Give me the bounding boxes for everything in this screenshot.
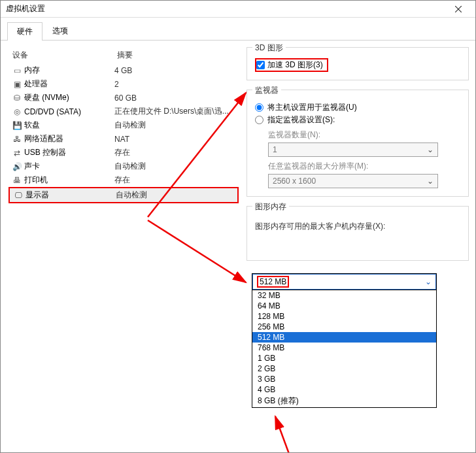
gmem-selected-row[interactable]: 512 MB ⌄: [252, 274, 436, 290]
gmem-dropdown[interactable]: 512 MB ⌄ 32 MB64 MB128 MB256 MB512 MB768…: [252, 273, 437, 408]
device-row[interactable]: ⛁硬盘 (NVMe)60 GB: [8, 91, 239, 105]
gmem-option-list: 32 MB64 MB128 MB256 MB512 MB768 MB1 GB2 …: [252, 290, 436, 407]
device-name: 处理器: [23, 78, 114, 90]
gmem-max-label: 图形内存可用的最大客户机内存量(X):: [255, 221, 460, 232]
printer-icon: 🖶: [11, 176, 23, 185]
group-monitor: 监视器 将主机设置用于监视器(U) 指定监视器设置(S): 监视器数量(N): …: [246, 90, 469, 197]
chevron-down-icon: ⌄: [427, 145, 434, 154]
monitor-count-value: 1: [273, 145, 277, 154]
use-host-radio[interactable]: [255, 103, 264, 112]
device-row[interactable]: 🔊声卡自动检测: [8, 159, 239, 173]
device-name: 打印机: [23, 175, 114, 186]
gmem-option[interactable]: 128 MB: [252, 311, 436, 322]
device-summary: 2: [114, 80, 239, 89]
close-icon: [455, 6, 462, 12]
nic-icon: 🖧: [11, 135, 23, 144]
device-header: 设备 摘要: [8, 47, 239, 63]
gmem-option[interactable]: 3 GB: [252, 374, 436, 384]
gmem-option[interactable]: 4 GB: [252, 384, 436, 395]
vm-settings-window: 虚拟机设置 硬件 选项 设备 摘要 ▭内存4 GB▣处理器2⛁硬盘 (NVMe)…: [0, 0, 476, 453]
sound-icon: 🔊: [11, 162, 23, 171]
gmem-option[interactable]: 1 GB: [252, 353, 436, 363]
gmem-option[interactable]: 2 GB: [252, 363, 436, 374]
accel-3d-label[interactable]: 加速 3D 图形(3): [267, 59, 323, 71]
device-row[interactable]: ▭内存4 GB: [8, 63, 239, 77]
gmem-option[interactable]: 256 MB: [252, 322, 436, 332]
device-row[interactable]: ◎CD/DVD (SATA)正在使用文件 D:\Users\桌面\迅...: [8, 105, 239, 118]
device-summary: 自动检测: [116, 190, 237, 201]
disk-icon: ⛁: [11, 93, 23, 103]
device-row[interactable]: 🖵显示器自动检测: [8, 187, 239, 203]
device-name: 网络适配器: [23, 133, 114, 144]
monitor-count-select: 1 ⌄: [268, 143, 438, 157]
group-monitor-title: 监视器: [252, 85, 281, 96]
device-row[interactable]: ▣处理器2: [8, 77, 239, 91]
close-button[interactable]: [447, 1, 470, 18]
window-title: 虚拟机设置: [6, 3, 45, 14]
device-summary: NAT: [114, 135, 239, 144]
group-3d: 3D 图形 加速 3D 图形(3): [246, 47, 469, 80]
gmem-option[interactable]: 32 MB: [252, 290, 436, 301]
header-summary: 摘要: [117, 50, 235, 61]
gmem-option[interactable]: 512 MB: [252, 332, 436, 343]
cpu-icon: ▣: [11, 80, 23, 89]
group-gmem-title: 图形内存: [252, 201, 289, 212]
tabs: 硬件 选项: [1, 18, 475, 41]
device-name: 软盘: [23, 120, 114, 131]
tab-hardware[interactable]: 硬件: [7, 22, 42, 41]
header-device: 设备: [12, 50, 117, 61]
display-icon: 🖵: [12, 191, 24, 200]
floppy-icon: 💾: [11, 121, 23, 130]
use-host-label[interactable]: 将主机设置用于监视器(U): [267, 102, 357, 113]
gmem-option[interactable]: 64 MB: [252, 301, 436, 311]
gmem-option[interactable]: 768 MB: [252, 343, 436, 353]
cd-icon: ◎: [11, 107, 23, 116]
device-summary: 60 GB: [114, 93, 239, 103]
device-summary: 自动检测: [114, 161, 239, 172]
max-res-label: 任意监视器的最大分辨率(M):: [268, 161, 460, 172]
chevron-down-icon: ⌄: [425, 277, 432, 286]
device-name: 内存: [23, 65, 114, 76]
max-res-select: 2560 x 1600 ⌄: [268, 174, 438, 188]
accel-3d-checkbox[interactable]: [256, 61, 265, 69]
chevron-down-icon: ⌄: [427, 176, 434, 186]
device-name: 硬盘 (NVMe): [23, 92, 114, 103]
content: 设备 摘要 ▭内存4 GB▣处理器2⛁硬盘 (NVMe)60 GB◎CD/DVD…: [1, 41, 475, 453]
device-summary: 存在: [114, 175, 239, 186]
max-res-value: 2560 x 1600: [273, 176, 316, 186]
specify-radio[interactable]: [255, 116, 264, 124]
accel-3d-highlight: 加速 3D 图形(3): [255, 58, 328, 72]
device-summary: 4 GB: [114, 66, 239, 75]
memory-icon: ▭: [11, 66, 23, 75]
device-list: ▭内存4 GB▣处理器2⛁硬盘 (NVMe)60 GB◎CD/DVD (SATA…: [8, 63, 239, 203]
group-3d-title: 3D 图形: [252, 42, 286, 54]
device-row[interactable]: 🖧网络适配器NAT: [8, 132, 239, 146]
device-name: USB 控制器: [23, 147, 114, 158]
specify-label[interactable]: 指定监视器设置(S):: [267, 114, 335, 126]
device-summary: 自动检测: [114, 120, 239, 131]
titlebar: 虚拟机设置: [1, 1, 475, 18]
device-pane: 设备 摘要 ▭内存4 GB▣处理器2⛁硬盘 (NVMe)60 GB◎CD/DVD…: [1, 41, 243, 453]
device-row[interactable]: 🖶打印机存在: [8, 173, 239, 187]
device-name: 声卡: [23, 161, 114, 172]
svg-line-4: [275, 416, 298, 453]
device-row[interactable]: 💾软盘自动检测: [8, 118, 239, 132]
settings-pane: 3D 图形 加速 3D 图形(3) 监视器 将主机设置用于监视器(U) 指定监视…: [243, 41, 475, 453]
group-gmem: 图形内存 图形内存可用的最大客户机内存量(X):: [246, 206, 469, 261]
device-row[interactable]: ⇄USB 控制器存在: [8, 146, 239, 159]
gmem-option[interactable]: 8 GB (推荐): [252, 395, 436, 407]
annotation-arrow-3: [269, 413, 308, 453]
device-summary: 存在: [114, 147, 239, 158]
device-name: CD/DVD (SATA): [23, 107, 114, 116]
gmem-selected-value: 512 MB: [257, 276, 289, 288]
monitor-count-label: 监视器数量(N):: [268, 129, 460, 141]
tab-options[interactable]: 选项: [42, 22, 78, 40]
usb-icon: ⇄: [11, 148, 23, 158]
device-name: 显示器: [24, 190, 116, 201]
device-summary: 正在使用文件 D:\Users\桌面\迅...: [114, 106, 239, 117]
